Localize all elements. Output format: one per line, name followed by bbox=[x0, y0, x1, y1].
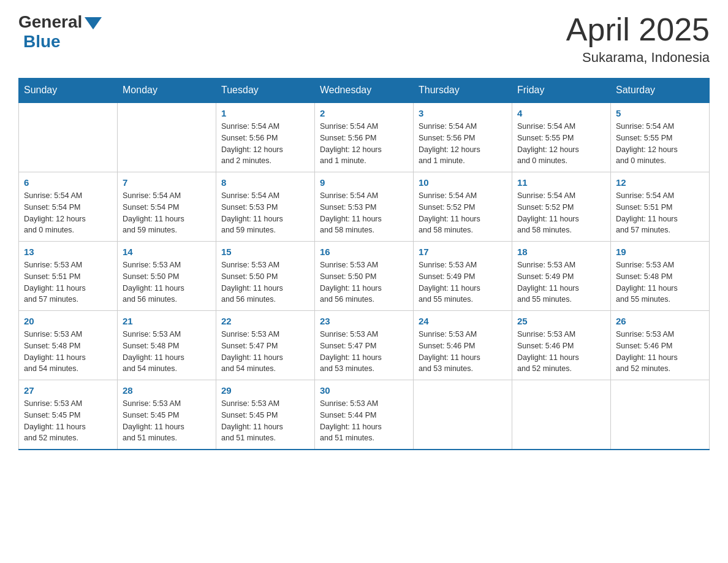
logo-blue-text: Blue bbox=[23, 32, 61, 51]
day-info: Sunrise: 5:53 AM Sunset: 5:50 PM Dayligh… bbox=[123, 259, 211, 305]
day-info: Sunrise: 5:53 AM Sunset: 5:50 PM Dayligh… bbox=[221, 259, 309, 305]
calendar-cell bbox=[414, 380, 512, 450]
calendar-table: SundayMondayTuesdayWednesdayThursdayFrid… bbox=[18, 78, 710, 450]
day-info: Sunrise: 5:54 AM Sunset: 5:55 PM Dayligh… bbox=[616, 121, 704, 167]
day-number: 10 bbox=[419, 177, 507, 188]
day-number: 12 bbox=[616, 177, 704, 188]
day-info: Sunrise: 5:53 AM Sunset: 5:49 PM Dayligh… bbox=[419, 259, 507, 305]
day-of-week-header: Sunday bbox=[19, 79, 118, 103]
day-info: Sunrise: 5:53 AM Sunset: 5:45 PM Dayligh… bbox=[123, 398, 211, 444]
day-info: Sunrise: 5:53 AM Sunset: 5:45 PM Dayligh… bbox=[24, 398, 112, 444]
calendar-cell: 1Sunrise: 5:54 AM Sunset: 5:56 PM Daylig… bbox=[216, 102, 315, 172]
day-number: 3 bbox=[419, 108, 507, 118]
day-info: Sunrise: 5:53 AM Sunset: 5:48 PM Dayligh… bbox=[123, 329, 211, 375]
day-of-week-header: Thursday bbox=[414, 79, 512, 103]
day-info: Sunrise: 5:53 AM Sunset: 5:51 PM Dayligh… bbox=[24, 259, 112, 305]
calendar-cell: 30Sunrise: 5:53 AM Sunset: 5:44 PM Dayli… bbox=[315, 380, 414, 450]
day-of-week-header: Tuesday bbox=[216, 79, 315, 103]
day-of-week-header: Wednesday bbox=[315, 79, 414, 103]
calendar-cell bbox=[19, 102, 118, 172]
day-number: 2 bbox=[320, 108, 408, 118]
day-number: 28 bbox=[123, 385, 211, 396]
day-info: Sunrise: 5:53 AM Sunset: 5:45 PM Dayligh… bbox=[221, 398, 309, 444]
day-number: 11 bbox=[517, 177, 605, 188]
day-of-week-header: Friday bbox=[512, 79, 611, 103]
calendar-cell: 2Sunrise: 5:54 AM Sunset: 5:56 PM Daylig… bbox=[315, 102, 414, 172]
day-number: 5 bbox=[616, 108, 704, 118]
day-info: Sunrise: 5:54 AM Sunset: 5:53 PM Dayligh… bbox=[221, 190, 309, 236]
day-info: Sunrise: 5:54 AM Sunset: 5:51 PM Dayligh… bbox=[616, 190, 704, 236]
day-info: Sunrise: 5:53 AM Sunset: 5:46 PM Dayligh… bbox=[419, 329, 507, 375]
calendar-week-row: 27Sunrise: 5:53 AM Sunset: 5:45 PM Dayli… bbox=[19, 380, 710, 450]
calendar-cell: 29Sunrise: 5:53 AM Sunset: 5:45 PM Dayli… bbox=[216, 380, 315, 450]
calendar-cell bbox=[611, 380, 710, 450]
calendar-cell: 4Sunrise: 5:54 AM Sunset: 5:55 PM Daylig… bbox=[512, 102, 611, 172]
calendar-week-row: 13Sunrise: 5:53 AM Sunset: 5:51 PM Dayli… bbox=[19, 242, 710, 311]
day-number: 25 bbox=[517, 316, 605, 326]
calendar-week-row: 6Sunrise: 5:54 AM Sunset: 5:54 PM Daylig… bbox=[19, 172, 710, 242]
day-info: Sunrise: 5:53 AM Sunset: 5:48 PM Dayligh… bbox=[616, 259, 704, 305]
day-number: 8 bbox=[221, 177, 309, 188]
day-of-week-header: Monday bbox=[118, 79, 216, 103]
day-number: 26 bbox=[616, 316, 704, 326]
day-info: Sunrise: 5:53 AM Sunset: 5:50 PM Dayligh… bbox=[320, 259, 408, 305]
day-number: 19 bbox=[616, 247, 704, 257]
day-number: 4 bbox=[517, 108, 605, 118]
day-number: 1 bbox=[221, 108, 309, 118]
calendar-title: April 2025 bbox=[566, 12, 710, 47]
day-number: 22 bbox=[221, 316, 309, 326]
calendar-cell: 17Sunrise: 5:53 AM Sunset: 5:49 PM Dayli… bbox=[414, 242, 512, 311]
day-info: Sunrise: 5:53 AM Sunset: 5:47 PM Dayligh… bbox=[320, 329, 408, 375]
day-info: Sunrise: 5:54 AM Sunset: 5:56 PM Dayligh… bbox=[320, 121, 408, 167]
logo-general-text: General bbox=[18, 12, 82, 32]
day-number: 30 bbox=[320, 385, 408, 396]
logo: General Blue bbox=[18, 12, 102, 52]
calendar-cell: 3Sunrise: 5:54 AM Sunset: 5:56 PM Daylig… bbox=[414, 102, 512, 172]
calendar-cell: 7Sunrise: 5:54 AM Sunset: 5:54 PM Daylig… bbox=[118, 172, 216, 242]
day-number: 14 bbox=[123, 247, 211, 257]
day-number: 29 bbox=[221, 385, 309, 396]
day-number: 23 bbox=[320, 316, 408, 326]
title-block: April 2025 Sukarama, Indonesia bbox=[566, 12, 710, 66]
calendar-cell: 9Sunrise: 5:54 AM Sunset: 5:53 PM Daylig… bbox=[315, 172, 414, 242]
day-info: Sunrise: 5:53 AM Sunset: 5:46 PM Dayligh… bbox=[517, 329, 605, 375]
day-info: Sunrise: 5:53 AM Sunset: 5:48 PM Dayligh… bbox=[24, 329, 112, 375]
day-info: Sunrise: 5:54 AM Sunset: 5:52 PM Dayligh… bbox=[517, 190, 605, 236]
calendar-cell: 12Sunrise: 5:54 AM Sunset: 5:51 PM Dayli… bbox=[611, 172, 710, 242]
day-info: Sunrise: 5:54 AM Sunset: 5:56 PM Dayligh… bbox=[221, 121, 309, 167]
calendar-cell: 19Sunrise: 5:53 AM Sunset: 5:48 PM Dayli… bbox=[611, 242, 710, 311]
day-info: Sunrise: 5:54 AM Sunset: 5:55 PM Dayligh… bbox=[517, 121, 605, 167]
day-number: 24 bbox=[419, 316, 507, 326]
calendar-cell: 5Sunrise: 5:54 AM Sunset: 5:55 PM Daylig… bbox=[611, 102, 710, 172]
day-number: 16 bbox=[320, 247, 408, 257]
calendar-cell bbox=[512, 380, 611, 450]
day-number: 6 bbox=[24, 177, 112, 188]
calendar-cell: 20Sunrise: 5:53 AM Sunset: 5:48 PM Dayli… bbox=[19, 311, 118, 380]
calendar-subtitle: Sukarama, Indonesia bbox=[566, 50, 710, 66]
day-number: 21 bbox=[123, 316, 211, 326]
day-number: 7 bbox=[123, 177, 211, 188]
day-info: Sunrise: 5:53 AM Sunset: 5:47 PM Dayligh… bbox=[221, 329, 309, 375]
calendar-cell: 22Sunrise: 5:53 AM Sunset: 5:47 PM Dayli… bbox=[216, 311, 315, 380]
calendar-cell: 21Sunrise: 5:53 AM Sunset: 5:48 PM Dayli… bbox=[118, 311, 216, 380]
calendar-cell: 24Sunrise: 5:53 AM Sunset: 5:46 PM Dayli… bbox=[414, 311, 512, 380]
day-info: Sunrise: 5:54 AM Sunset: 5:54 PM Dayligh… bbox=[24, 190, 112, 236]
calendar-cell: 6Sunrise: 5:54 AM Sunset: 5:54 PM Daylig… bbox=[19, 172, 118, 242]
day-number: 27 bbox=[24, 385, 112, 396]
day-info: Sunrise: 5:53 AM Sunset: 5:49 PM Dayligh… bbox=[517, 259, 605, 305]
day-number: 20 bbox=[24, 316, 112, 326]
day-number: 13 bbox=[24, 247, 112, 257]
logo-triangle-icon bbox=[85, 17, 102, 29]
calendar-cell: 10Sunrise: 5:54 AM Sunset: 5:52 PM Dayli… bbox=[414, 172, 512, 242]
day-of-week-header: Saturday bbox=[611, 79, 710, 103]
calendar-cell: 27Sunrise: 5:53 AM Sunset: 5:45 PM Dayli… bbox=[19, 380, 118, 450]
calendar-cell: 23Sunrise: 5:53 AM Sunset: 5:47 PM Dayli… bbox=[315, 311, 414, 380]
calendar-cell: 26Sunrise: 5:53 AM Sunset: 5:46 PM Dayli… bbox=[611, 311, 710, 380]
day-info: Sunrise: 5:54 AM Sunset: 5:56 PM Dayligh… bbox=[419, 121, 507, 167]
calendar-cell bbox=[118, 102, 216, 172]
day-number: 18 bbox=[517, 247, 605, 257]
day-info: Sunrise: 5:54 AM Sunset: 5:52 PM Dayligh… bbox=[419, 190, 507, 236]
day-number: 15 bbox=[221, 247, 309, 257]
calendar-cell: 15Sunrise: 5:53 AM Sunset: 5:50 PM Dayli… bbox=[216, 242, 315, 311]
calendar-cell: 28Sunrise: 5:53 AM Sunset: 5:45 PM Dayli… bbox=[118, 380, 216, 450]
